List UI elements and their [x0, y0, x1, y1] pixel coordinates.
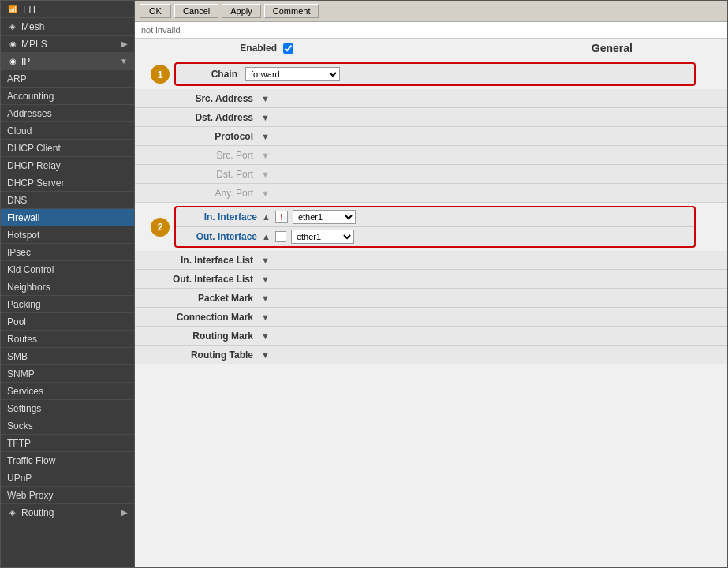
dst-port-arrow[interactable]: ▼ [261, 170, 270, 179]
protocol-arrow[interactable]: ▼ [261, 132, 270, 141]
comment-button[interactable]: Comment [264, 4, 319, 18]
badge-1: 1 [151, 65, 170, 84]
sidebar: 📶 TTI ◈ Mesh ◉ MPLS ▶ ◉ IP ▼ ARP [1, 1, 135, 567]
src-address-arrow[interactable]: ▼ [261, 94, 270, 103]
sidebar-item-traffic-flow[interactable]: Traffic Flow [1, 452, 134, 469]
sidebar-item-dns[interactable]: DNS [1, 192, 134, 209]
sidebar-item-hotspot[interactable]: Hotspot [1, 226, 134, 244]
enabled-row: Enabled General [135, 39, 727, 58]
packet-mark-label: Packet Mark [159, 293, 261, 304]
sidebar-item-neighbors[interactable]: Neighbors [1, 278, 134, 296]
sidebar-item-upnp[interactable]: UPnP [1, 469, 134, 487]
sidebar-label-dhcp-client: DHCP Client [7, 143, 61, 154]
sidebar-label-firewall: Firewall [7, 212, 39, 223]
routing-icon: ◈ [7, 507, 18, 518]
out-interface-checkbox[interactable] [275, 231, 286, 242]
row-any-port: Any. Port ▼ [135, 184, 727, 203]
ok-button[interactable]: OK [140, 4, 171, 18]
connection-mark-arrow[interactable]: ▼ [261, 312, 270, 322]
sidebar-item-firewall[interactable]: Firewall [1, 209, 134, 226]
sidebar-item-mesh[interactable]: ◈ Mesh [1, 18, 134, 36]
row-out-interface-list: Out. Interface List ▼ [135, 270, 727, 289]
row-packet-mark: Packet Mark ▼ [135, 289, 727, 308]
sidebar-item-addresses[interactable]: Addresses [1, 105, 134, 122]
row-connection-mark: Connection Mark ▼ [135, 308, 727, 327]
main-content: OK Cancel Apply Comment not invalid Enab… [135, 1, 727, 567]
in-interface-list-label: In. Interface List [159, 255, 261, 266]
sidebar-item-ip[interactable]: ◉ IP ▼ [1, 53, 134, 70]
row-in-interface-list: In. Interface List ▼ [135, 251, 727, 270]
cancel-button[interactable]: Cancel [174, 4, 218, 18]
src-port-arrow[interactable]: ▼ [261, 151, 270, 160]
sidebar-item-dhcp-client[interactable]: DHCP Client [1, 140, 134, 157]
sidebar-item-settings[interactable]: Settings [1, 400, 134, 417]
sidebar-label-kid-control: Kid Control [7, 264, 54, 275]
badge-2: 2 [151, 218, 170, 237]
sidebar-item-tti[interactable]: 📶 TTI [1, 1, 134, 18]
out-interface-list-arrow[interactable]: ▼ [261, 275, 270, 284]
sidebar-item-pool[interactable]: Pool [1, 313, 134, 331]
in-interface-select[interactable]: ether1 ether2 ether3 wlan1 [293, 210, 356, 224]
sidebar-item-dhcp-relay[interactable]: DHCP Relay [1, 157, 134, 174]
sidebar-label-services: Services [7, 386, 43, 397]
sidebar-item-routing[interactable]: ◈ Routing ▶ [1, 504, 134, 521]
sidebar-label-smb: SMB [7, 351, 28, 362]
sidebar-item-ipsec[interactable]: IPsec [1, 244, 134, 261]
in-interface-row: In. Interface ▲ ! ether1 ether2 ether3 w… [176, 207, 694, 227]
sidebar-label-pool: Pool [7, 316, 26, 327]
row-src-port: Src. Port ▼ [135, 146, 727, 165]
sidebar-item-packing[interactable]: Packing [1, 296, 134, 313]
sidebar-label-socks: Socks [7, 420, 33, 432]
sidebar-item-snmp[interactable]: SNMP [1, 365, 134, 383]
sidebar-label-mpls: MPLS [21, 39, 47, 50]
src-address-label: Src. Address [159, 93, 261, 104]
sidebar-label-dns: DNS [7, 195, 27, 206]
any-port-arrow[interactable]: ▼ [261, 189, 270, 198]
sidebar-item-dhcp-server[interactable]: DHCP Server [1, 174, 134, 192]
sidebar-item-mpls[interactable]: ◉ MPLS ▶ [1, 36, 134, 53]
any-port-label: Any. Port [159, 188, 261, 199]
sidebar-item-cloud[interactable]: Cloud [1, 122, 134, 140]
sidebar-label-arp: ARP [7, 73, 27, 84]
row-routing-table: Routing Table ▼ [135, 346, 727, 364]
sidebar-label-tftp: TFTP [7, 438, 31, 449]
out-interface-label: Out. Interface [182, 231, 257, 242]
sidebar-item-tftp[interactable]: TFTP [1, 435, 134, 452]
routing-mark-label: Routing Mark [159, 331, 261, 342]
sidebar-item-services[interactable]: Services [1, 383, 134, 400]
sidebar-label-mesh: Mesh [21, 21, 44, 32]
mpls-arrow: ▶ [121, 39, 128, 48]
status-bar: not invalid [135, 22, 727, 39]
out-interface-select[interactable]: ether1 ether2 ether3 wlan1 [291, 230, 354, 244]
routing-table-arrow[interactable]: ▼ [261, 350, 270, 360]
sidebar-label-dhcp-server: DHCP Server [7, 178, 64, 189]
app-container: 📶 TTI ◈ Mesh ◉ MPLS ▶ ◉ IP ▼ ARP [0, 0, 728, 568]
out-interface-expand-arrow[interactable]: ▲ [262, 232, 271, 241]
packet-mark-arrow[interactable]: ▼ [261, 293, 270, 303]
sidebar-item-arp[interactable]: ARP [1, 70, 134, 88]
apply-button[interactable]: Apply [222, 4, 261, 18]
sidebar-label-routing: Routing [21, 507, 54, 518]
src-port-label: Src. Port [159, 150, 261, 161]
enabled-checkbox[interactable] [283, 43, 293, 54]
sidebar-item-smb[interactable]: SMB [1, 348, 134, 365]
interface-highlighted-box: In. Interface ▲ ! ether1 ether2 ether3 w… [174, 206, 696, 248]
chain-label: Chain [182, 69, 237, 80]
sidebar-item-socks[interactable]: Socks [1, 417, 134, 435]
in-interface-list-arrow[interactable]: ▼ [261, 256, 270, 265]
sidebar-item-accounting[interactable]: Accounting [1, 88, 134, 105]
chain-select[interactable]: forward input output prerouting postrout… [245, 67, 340, 81]
in-interface-label: In. Interface [182, 211, 257, 222]
sidebar-label-traffic-flow: Traffic Flow [7, 455, 55, 466]
in-interface-expand-arrow[interactable]: ▲ [262, 212, 271, 222]
sidebar-item-kid-control[interactable]: Kid Control [1, 261, 134, 278]
tti-icon: 📶 [7, 4, 18, 15]
sidebar-label-hotspot: Hotspot [7, 230, 39, 241]
sidebar-label-web-proxy: Web Proxy [7, 490, 53, 501]
dst-address-arrow[interactable]: ▼ [261, 113, 270, 122]
in-interface-negate[interactable]: ! [275, 211, 288, 223]
toolbar: OK Cancel Apply Comment [135, 1, 727, 22]
sidebar-item-routes[interactable]: Routes [1, 331, 134, 348]
sidebar-item-web-proxy[interactable]: Web Proxy [1, 487, 134, 504]
routing-mark-arrow[interactable]: ▼ [261, 331, 270, 341]
